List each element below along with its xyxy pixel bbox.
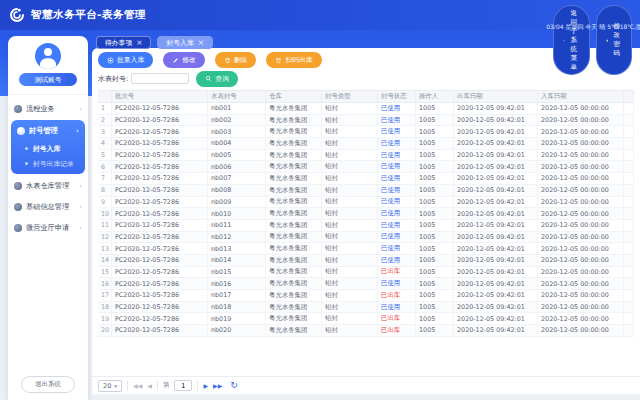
cell-operator: 1005 [416,185,454,196]
table-row[interactable]: 10PC2020-12-05-7286nb010粤光水务集团铅封已使用10052… [98,208,634,220]
tab-bar: 待办事项 × 封号入库 × [96,36,213,49]
page-size-select[interactable]: 20 ▾ [98,380,122,392]
cell-warehouse: 粤光水务集团 [266,290,322,301]
cell-operator: 1005 [416,150,454,161]
search-icon [205,75,212,82]
close-icon[interactable]: × [136,39,142,47]
sidebar-item-seal-outbound-record[interactable]: 封号出库记录 [11,156,85,171]
cell-filler [624,138,634,149]
sidebar-item-seal-management[interactable]: 封号管理 › [11,120,85,141]
delete-button[interactable]: 删除 [215,52,257,68]
sidebar-item-micro-hall[interactable]: 微营业厅申请 › [8,217,88,238]
cell-seal: nb001 [208,103,266,114]
sidebar-item-basic-info[interactable]: 基础信息管理 › [8,196,88,217]
cell-filler [624,208,634,219]
table-row[interactable]: 6PC2020-12-05-7286nb006粤光水务集团铅封已使用100520… [98,161,634,173]
cell-seal: nb010 [208,208,266,219]
cell-filler [624,302,634,313]
cell-in_date: 2020-12-05 00:00:00 [538,208,624,219]
cell-type: 铅封 [322,126,378,137]
table-row[interactable]: 1PC2020-12-05-7286nb001粤光水务集团铅封已使用100520… [98,103,634,115]
table-row[interactable]: 11PC2020-12-05-7286nb011粤光水务集团铅封已使用10052… [98,220,634,232]
next-page-button[interactable]: ▶ [203,383,208,389]
cell-num: 8 [98,185,112,196]
cell-out_date: 2020-12-05 09:42:01 [454,126,538,137]
cell-batch: PC2020-12-05-7286 [112,232,208,243]
change-password-button[interactable]: 修改密码 [596,5,633,75]
cell-in_date: 2020-12-05 00:00:00 [538,115,624,126]
cell-batch: PC2020-12-05-7286 [112,138,208,149]
return-subsystem-button[interactable]: 返回子系统菜单 [553,5,590,75]
table-row[interactable]: 4PC2020-12-05-7286nb004粤光水务集团铅封已使用100520… [98,138,634,150]
cell-filler [624,313,634,324]
tab-todo-label: 待办事项 [105,38,132,48]
cell-seal: nb014 [208,255,266,266]
cell-operator: 1005 [416,208,454,219]
cell-in_date: 2020-12-05 00:00:00 [538,103,624,114]
divider [127,381,128,391]
table-row[interactable]: 14PC2020-12-05-7286nb014粤光水务集团铅封已使用10052… [98,255,634,267]
cell-warehouse: 粤光水务集团 [266,185,322,196]
table-row[interactable]: 2PC2020-12-05-7286nb002粤光水务集团铅封已使用100520… [98,115,634,127]
divider [157,381,158,391]
cell-seal: nb018 [208,302,266,313]
cell-num: 12 [98,232,112,243]
sidebar-item-process-business[interactable]: 流程业务 › [8,98,88,119]
last-page-button[interactable]: ▶▶ [213,383,222,389]
cell-out_date: 2020-12-05 09:42:01 [454,267,538,278]
table-row[interactable]: 5PC2020-12-05-7286nb005粤光水务集团铅封已使用100520… [98,150,634,162]
query-button[interactable]: 查询 [196,71,238,87]
prev-page-button[interactable]: ◀ [147,383,152,389]
cell-status: 已使用 [378,173,416,184]
tab-seal-inbound[interactable]: 封号入库 × [157,36,212,49]
cell-filler [624,290,634,301]
cell-out_date: 2020-12-05 09:42:01 [454,173,538,184]
sidebar-item-seal-inbound[interactable]: 封号入库 [11,141,85,156]
table-row[interactable]: 8PC2020-12-05-7286nb008粤光水务集团铅封已使用100520… [98,185,634,197]
table-row[interactable]: 7PC2020-12-05-7286nb007粤光水务集团铅封已使用100520… [98,173,634,185]
cell-out_date: 2020-12-05 09:42:01 [454,103,538,114]
table-row[interactable]: 12PC2020-12-05-7286nb012粤光水务集团铅封已使用10052… [98,232,634,244]
table-body: 1PC2020-12-05-7286nb001粤光水务集团铅封已使用100520… [98,103,634,337]
cell-status: 已使用 [378,243,416,254]
table-row[interactable]: 9PC2020-12-05-7286nb009粤光水务集团铅封已使用100520… [98,197,634,209]
first-page-button[interactable]: ◀◀ [133,383,142,389]
cell-status: 已使用 [378,255,416,266]
cell-num: 11 [98,220,112,231]
cell-filler [624,267,634,278]
cell-in_date: 2020-12-05 00:00:00 [538,243,624,254]
table-row[interactable]: 20PC2020-12-05-7286nb020粤光水务集团铅封已出库10052… [98,325,634,337]
cell-seal: nb016 [208,278,266,289]
table-row[interactable]: 15PC2020-12-05-7286nb015粤光水务集团铅封已出库10052… [98,267,634,279]
table-row[interactable]: 16PC2020-12-05-7286nb016粤光水务集团铅封已使用10052… [98,278,634,290]
cell-type: 铅封 [322,138,378,149]
close-icon[interactable]: × [198,39,204,47]
batch-inbound-button[interactable]: 批量入库 [98,52,153,68]
sidebar-item-meter-warehouse[interactable]: 水表仓库管理 › [8,175,88,196]
bullet-icon [25,147,28,150]
cell-warehouse: 粤光水务集团 [266,126,322,137]
tab-todo[interactable]: 待办事项 × [96,36,151,49]
seal-number-input[interactable] [131,73,189,84]
cell-type: 铅封 [322,208,378,219]
page-number-input[interactable] [174,380,192,391]
tab-seal-inbound-label: 封号入库 [166,38,193,48]
cell-out_date: 2020-12-05 09:42:01 [454,197,538,208]
table-row[interactable]: 17PC2020-12-05-7286nb017粤光水务集团铅封已出库10052… [98,290,634,302]
cell-operator: 1005 [416,173,454,184]
cell-seal: nb012 [208,232,266,243]
table-row[interactable]: 18PC2020-12-05-7286nb018粤光水务集团铅封已使用10052… [98,302,634,314]
scan-outbound-button[interactable]: 扫码出库 [266,52,321,68]
logout-button[interactable]: 退出系统 [21,376,75,393]
table-row[interactable]: 19PC2020-12-05-7286nb019粤光水务集团铅封已出库10052… [98,313,634,325]
chevron-right-icon: › [79,182,82,190]
table-row[interactable]: 3PC2020-12-05-7286nb003粤光水务集团铅封已使用100520… [98,126,634,138]
cell-in_date: 2020-12-05 00:00:00 [538,126,624,137]
account-button[interactable]: 测试账号 [19,73,77,86]
back-arrow-icon [563,37,565,44]
table-row[interactable]: 13PC2020-12-05-7286nb013粤光水务集团铅封已使用10052… [98,243,634,255]
refresh-icon[interactable]: ↻ [230,381,238,390]
edit-button[interactable]: 修改 [163,52,205,68]
page-title: 智慧水务平台-表务管理 [31,8,146,22]
cell-warehouse: 粤光水务集团 [266,115,322,126]
